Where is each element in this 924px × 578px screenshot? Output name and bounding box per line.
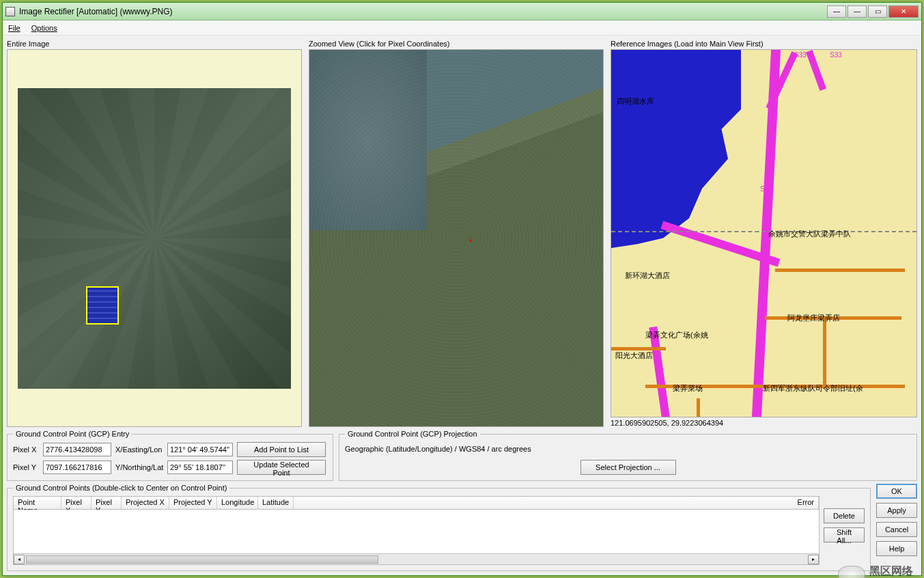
northing-label: Y/Northing/Lat (115, 463, 163, 471)
add-point-button[interactable]: Add Point to List (237, 442, 326, 457)
cancel-button[interactable]: Cancel (876, 522, 917, 537)
map-poi-traffic: 余姚市交警大队梁弄中队 (768, 229, 851, 239)
col-error[interactable]: Error (294, 497, 819, 509)
update-point-button[interactable]: Update Selected Point (237, 460, 326, 475)
selection-box[interactable] (86, 286, 119, 325)
gcp-entry-group: Ground Control Point (GCP) Entry Pixel X… (7, 430, 333, 481)
entire-image-panel[interactable] (7, 49, 302, 427)
map-poi-market: 梁弄菜场 (673, 383, 703, 394)
reference-coords: 121.0695902505, 29.9223064394 (611, 419, 917, 427)
scroll-right-icon[interactable]: ▸ (808, 555, 819, 564)
map-poi-army: 新四军浙东纵队司令部旧址(余 (763, 383, 863, 394)
app-window: Image Rectifier [Automatic] (wwwwy.PNG) … (2, 2, 922, 576)
close-button[interactable]: ✕ (888, 5, 919, 18)
minimize-button-2[interactable]: — (848, 5, 867, 18)
window-title: Image Rectifier [Automatic] (wwwwy.PNG) (19, 7, 827, 16)
map-poi-plaza: 梁弄文化广场(余姚 (645, 330, 708, 340)
zoomed-view-label: Zoomed View (Click for Pixel Coordinates… (309, 40, 606, 48)
map-poi-hotel1: 新环湖大酒店 (625, 271, 670, 281)
col-pixelx[interactable]: Pixel X (61, 497, 92, 509)
projection-text: Geographic (Latitude/Longitude) / WGS84 … (345, 445, 911, 453)
gcp-projection-group: Ground Control Point (GCP) Projection Ge… (339, 430, 917, 481)
map-poi-sunshine: 阳光大酒店 (615, 350, 653, 361)
app-icon (5, 7, 15, 16)
col-projy[interactable]: Projected Y (169, 497, 217, 509)
map-route-s33c: S33 (760, 185, 772, 193)
gcp-proj-legend: Ground Control Point (GCP) Projection (345, 430, 480, 438)
easting-input[interactable] (167, 443, 233, 456)
easting-label: X/Easting/Lon (115, 445, 163, 454)
col-lon[interactable]: Longitude (217, 497, 258, 509)
col-projx[interactable]: Projected X (122, 497, 169, 509)
scroll-left-icon[interactable]: ◂ (14, 555, 25, 564)
col-point-name[interactable]: Point Name (14, 497, 61, 509)
col-lat[interactable]: Latitude (258, 497, 294, 509)
map-lake-label: 四明湖水库 (617, 96, 654, 107)
pixelx-input[interactable] (43, 443, 111, 456)
scroll-thumb[interactable] (26, 555, 378, 564)
ok-button[interactable]: OK (876, 484, 917, 499)
gcp-entry-legend: Ground Control Point (GCP) Entry (13, 430, 132, 438)
shift-all-button[interactable]: Shift All... (824, 527, 865, 542)
menu-file[interactable]: File (8, 24, 20, 32)
maximize-button[interactable]: ▭ (868, 5, 887, 18)
satellite-thumbnail (18, 88, 291, 389)
h-scrollbar[interactable]: ◂ ▸ (13, 554, 820, 565)
table-body[interactable] (13, 510, 820, 554)
apply-button[interactable]: Apply (876, 503, 917, 518)
reference-map-panel[interactable]: 四明湖水库 S33 S33 S33 余姚市交警大队梁弄中队 新环湖大酒店 阿龙堡… (611, 49, 917, 417)
menubar: File Options (3, 20, 921, 36)
col-pixely[interactable]: Pixel Y (92, 497, 122, 509)
watermark: 黑区网络 www.heiqu.com (838, 564, 917, 578)
delete-button[interactable]: Delete (824, 508, 865, 523)
watermark-icon (838, 566, 865, 578)
gcp-table-legend: Ground Control Points (Double-click to C… (13, 484, 229, 492)
menu-options[interactable]: Options (31, 24, 57, 32)
northing-input[interactable] (167, 460, 233, 474)
map-route-s33b: S33 (830, 51, 842, 59)
watermark-text: 黑区网络 (869, 564, 917, 578)
lake-shape (611, 50, 741, 248)
table-header: Point Name Pixel X Pixel Y Projected X P… (13, 496, 820, 510)
map-poi-alongbao: 阿龙堡庄梁弄店 (787, 313, 840, 323)
titlebar[interactable]: Image Rectifier [Automatic] (wwwwy.PNG) … (3, 3, 921, 20)
zoomed-view-panel[interactable] (309, 49, 604, 427)
map-route-s33a: S33 (794, 51, 807, 59)
reference-image-label: Reference Images (Load into Main View Fi… (611, 40, 917, 48)
pixelx-label: Pixel X (13, 445, 39, 454)
select-projection-button[interactable]: Select Projection ... (580, 460, 676, 475)
pixely-label: Pixel Y (13, 463, 39, 471)
entire-image-label: Entire Image (7, 40, 305, 48)
click-marker (469, 239, 472, 242)
help-button[interactable]: Help (876, 541, 917, 556)
minimize-button[interactable]: — (827, 5, 846, 18)
pixely-input[interactable] (43, 460, 111, 474)
gcp-table-group: Ground Control Points (Double-click to C… (7, 484, 871, 571)
